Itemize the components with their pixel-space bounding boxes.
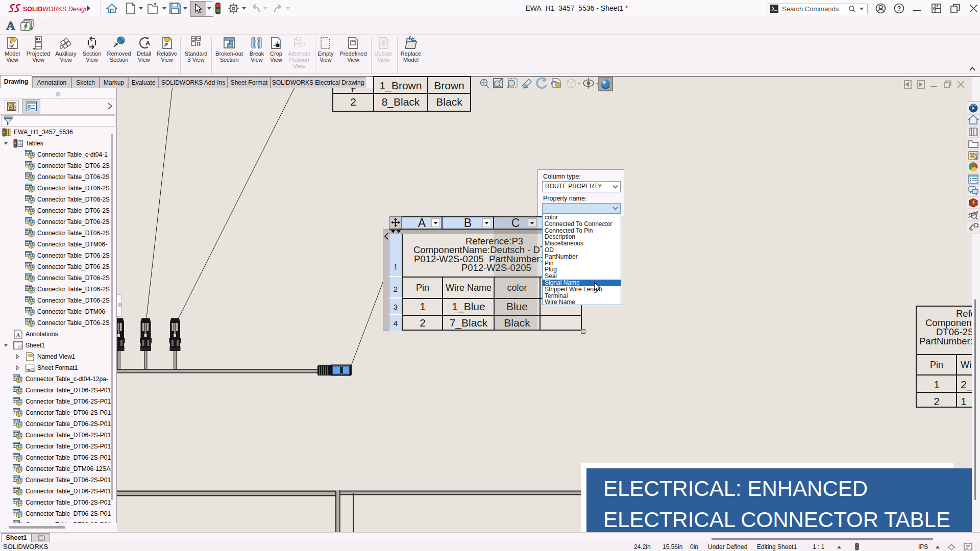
svg-text:A: A	[16, 332, 20, 338]
